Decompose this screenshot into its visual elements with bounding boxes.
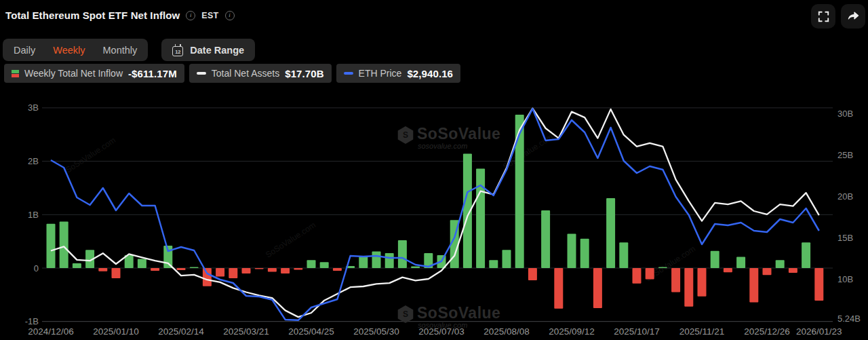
fullscreen-icon (817, 10, 830, 23)
x-tick: 2024/12/06 (28, 326, 74, 337)
y-right-tick: 15B (837, 233, 853, 243)
inflow-bar[interactable] (385, 253, 394, 268)
y-left-tick: 0 (34, 263, 39, 273)
bar-swatch-icon (12, 70, 19, 77)
legend-item-net-assets[interactable]: Total Net Assets $17.70B (189, 64, 332, 83)
inflow-bar[interactable] (476, 169, 485, 268)
inflow-bar[interactable] (138, 259, 146, 268)
inflow-bar[interactable] (177, 268, 186, 270)
inflow-bar[interactable] (359, 256, 368, 268)
inflow-bar[interactable] (671, 268, 680, 292)
fullscreen-button[interactable] (811, 4, 835, 29)
inflow-bar[interactable] (554, 268, 563, 309)
inflow-bar[interactable] (776, 260, 785, 268)
date-range-button[interactable]: 12 Date Range (161, 39, 255, 61)
legend-value: -$611.17M (128, 68, 177, 79)
inflow-bar[interactable] (151, 268, 159, 271)
inflow-bar[interactable] (281, 268, 290, 273)
share-icon (846, 10, 860, 23)
inflow-bar[interactable] (294, 268, 302, 269)
inflow-bar[interactable] (73, 263, 81, 268)
y-right-tick: 10B (837, 274, 853, 284)
inflow-bar[interactable] (593, 268, 602, 308)
y-left-tick: -1B (25, 316, 39, 326)
x-tick: 2025/10/17 (614, 326, 660, 337)
inflow-bar[interactable] (268, 268, 277, 272)
inflow-bar[interactable] (502, 250, 511, 268)
inflow-bar[interactable] (203, 268, 212, 286)
share-button[interactable] (841, 4, 865, 29)
inflow-bar[interactable] (242, 268, 251, 273)
legend-name: ETH Price (359, 68, 402, 79)
controls-row: Daily Weekly Monthly 12 Date Range (3, 39, 255, 61)
inflow-bar[interactable] (333, 268, 342, 271)
inflow-bar[interactable] (633, 268, 642, 284)
inflow-bar[interactable] (60, 222, 68, 269)
inflow-bar[interactable] (255, 268, 264, 269)
legend-value: $2,940.16 (407, 68, 453, 79)
tab-monthly[interactable]: Monthly (103, 45, 138, 56)
y-right-tick: 25B (837, 150, 853, 160)
inflow-bar[interactable] (98, 268, 107, 271)
inflow-bar[interactable] (606, 198, 615, 268)
y-left-tick: 2B (28, 156, 39, 166)
inflow-bar[interactable] (398, 240, 407, 268)
x-tick: 2025/05/30 (353, 326, 399, 337)
svg-text:SoSoValue.com: SoSoValue.com (501, 132, 555, 171)
x-tick: 2025/09/12 (549, 326, 595, 337)
svg-text:S: S (403, 309, 408, 319)
chart-canvas[interactable]: SSoSoValuesosovalue.comSSoSoValuesosoval… (0, 95, 868, 340)
tab-weekly[interactable]: Weekly (53, 45, 85, 56)
svg-text:sosovalue.com: sosovalue.com (418, 142, 467, 150)
inflow-bar[interactable] (684, 268, 693, 307)
svg-text:SoSoValue: SoSoValue (417, 304, 500, 322)
inflow-bar[interactable] (749, 268, 758, 302)
inflow-bar[interactable] (216, 268, 224, 277)
inflow-bar[interactable] (528, 268, 537, 280)
inflow-bar[interactable] (814, 268, 823, 301)
inflow-bar[interactable] (372, 252, 381, 268)
inflow-bar[interactable] (190, 267, 199, 268)
x-tick: 2025/07/03 (418, 326, 465, 337)
inflow-bar[interactable] (580, 239, 589, 268)
white-dash-icon (197, 72, 206, 75)
inflow-bar[interactable] (658, 267, 667, 268)
x-tick: 2025/11/21 (679, 326, 725, 337)
inflow-bar[interactable] (320, 262, 329, 268)
x-tick: 2025/08/08 (484, 326, 530, 337)
x-tick: 2025/04/25 (288, 326, 334, 337)
svg-text:SoSoValue.com: SoSoValue.com (64, 135, 117, 174)
header-actions (811, 4, 865, 29)
inflow-bar[interactable] (711, 251, 719, 268)
timezone-info-icon[interactable]: i (225, 11, 235, 20)
inflow-bar[interactable] (802, 242, 810, 268)
inflow-bar[interactable] (112, 268, 121, 278)
inflow-bar[interactable] (47, 224, 56, 268)
header: Total Ethereum Spot ETF Net Inflow i EST… (5, 10, 235, 21)
inflow-bar[interactable] (619, 242, 628, 268)
inflow-bar[interactable] (763, 268, 772, 275)
inflow-bar[interactable] (489, 260, 498, 268)
x-tick: 2025/01/10 (93, 326, 139, 337)
inflow-bar[interactable] (568, 234, 576, 268)
title-info-icon[interactable]: i (186, 11, 195, 20)
inflow-bar[interactable] (724, 268, 732, 272)
inflow-bar[interactable] (646, 268, 654, 280)
chart-area: SSoSoValuesosovalue.comSSoSoValuesosoval… (0, 95, 868, 340)
inflow-bar[interactable] (229, 268, 237, 278)
inflow-bar[interactable] (307, 260, 316, 268)
inflow-bar[interactable] (736, 257, 745, 269)
legend-item-net-inflow[interactable]: Weekly Total Net Inflow -$611.17M (4, 64, 184, 83)
inflow-bar[interactable] (789, 268, 797, 273)
svg-text:S: S (403, 130, 408, 140)
inflow-bar[interactable] (698, 268, 707, 297)
svg-text:SoSoValue: SoSoValue (417, 125, 500, 143)
y-right-tick: 30B (837, 109, 853, 119)
inflow-bar[interactable] (541, 210, 550, 268)
tab-daily[interactable]: Daily (14, 45, 35, 56)
legend-name: Weekly Total Net Inflow (24, 68, 123, 79)
legend-item-eth-price[interactable]: ETH Price $2,940.16 (336, 64, 460, 83)
inflow-bar[interactable] (411, 267, 420, 268)
calendar-icon: 12 (172, 46, 183, 56)
y-left-tick: 1B (28, 210, 39, 220)
